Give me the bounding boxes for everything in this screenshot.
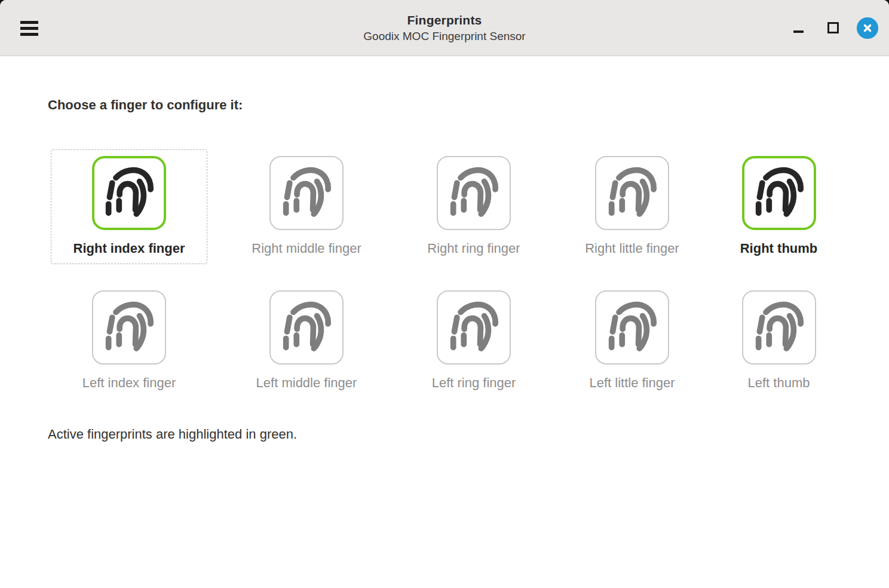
finger-grid: Right index finger Right middle finger R…	[51, 149, 889, 399]
titlebar: Fingerprints Goodix MOC Fingerprint Sens…	[0, 0, 889, 56]
maximize-button[interactable]	[822, 17, 844, 39]
window-controls	[787, 0, 878, 56]
content-area: Choose a finger to configure it: Right i…	[0, 97, 889, 442]
minimize-button[interactable]	[787, 17, 809, 39]
finger-tile-right-index-finger[interactable]: Right index finger	[51, 149, 207, 264]
finger-label: Right ring finger	[427, 240, 520, 257]
finger-label: Right little finger	[585, 240, 679, 257]
finger-label: Left little finger	[589, 375, 675, 391]
finger-tile-left-thumb[interactable]: Left thumb	[722, 284, 835, 399]
finger-tile-left-ring-finger[interactable]: Left ring finger	[406, 284, 542, 399]
menu-button[interactable]	[14, 14, 43, 42]
close-icon	[863, 23, 872, 33]
maximize-icon	[827, 22, 839, 33]
fingerprint-frame	[269, 290, 344, 365]
finger-tile-left-little-finger[interactable]: Left little finger	[563, 284, 701, 399]
close-button[interactable]	[857, 17, 878, 39]
fingerprint-frame	[92, 290, 166, 365]
fingerprint-icon	[753, 167, 805, 219]
finger-tile-left-index-finger[interactable]: Left index finger	[51, 284, 207, 399]
window-title: Fingerprints	[0, 13, 889, 28]
finger-tile-right-ring-finger[interactable]: Right ring finger	[406, 149, 542, 264]
finger-label: Left index finger	[82, 375, 176, 391]
finger-label: Left ring finger	[432, 375, 516, 391]
fingerprint-frame	[437, 290, 511, 365]
fingerprint-icon	[280, 167, 333, 219]
finger-label: Left thumb	[748, 375, 810, 391]
fingerprint-frame	[92, 156, 166, 230]
fingerprint-icon	[103, 301, 155, 354]
finger-tile-right-thumb[interactable]: Right thumb	[722, 149, 835, 264]
fingerprints-window: Fingerprints Goodix MOC Fingerprint Sens…	[0, 0, 889, 588]
fingerprint-icon	[753, 301, 805, 354]
fingerprint-frame	[437, 156, 511, 230]
fingerprint-frame	[595, 290, 669, 365]
finger-label: Right thumb	[740, 240, 818, 257]
fingerprint-icon	[280, 301, 333, 354]
fingerprint-frame	[742, 290, 816, 365]
finger-label: Right middle finger	[252, 240, 361, 257]
window-subtitle: Goodix MOC Fingerprint Sensor	[0, 29, 889, 44]
minimize-icon	[793, 30, 804, 33]
fingerprint-icon	[103, 167, 155, 219]
fingerprint-frame	[742, 156, 816, 230]
finger-tile-left-middle-finger[interactable]: Left middle finger	[228, 284, 385, 399]
fingerprint-icon	[606, 301, 658, 354]
footnote: Active fingerprints are highlighted in g…	[48, 427, 889, 442]
fingerprint-icon	[606, 167, 658, 219]
finger-tile-right-little-finger[interactable]: Right little finger	[563, 149, 701, 264]
fingerprint-icon	[447, 167, 500, 219]
finger-tile-right-middle-finger[interactable]: Right middle finger	[228, 149, 385, 264]
finger-label: Right index finger	[73, 240, 185, 257]
fingerprint-icon	[447, 301, 500, 354]
title-stack: Fingerprints Goodix MOC Fingerprint Sens…	[0, 13, 889, 44]
fingerprint-frame	[595, 156, 669, 230]
page-heading: Choose a finger to configure it:	[48, 97, 889, 113]
fingerprint-frame	[269, 156, 344, 230]
finger-label: Left middle finger	[256, 375, 357, 391]
